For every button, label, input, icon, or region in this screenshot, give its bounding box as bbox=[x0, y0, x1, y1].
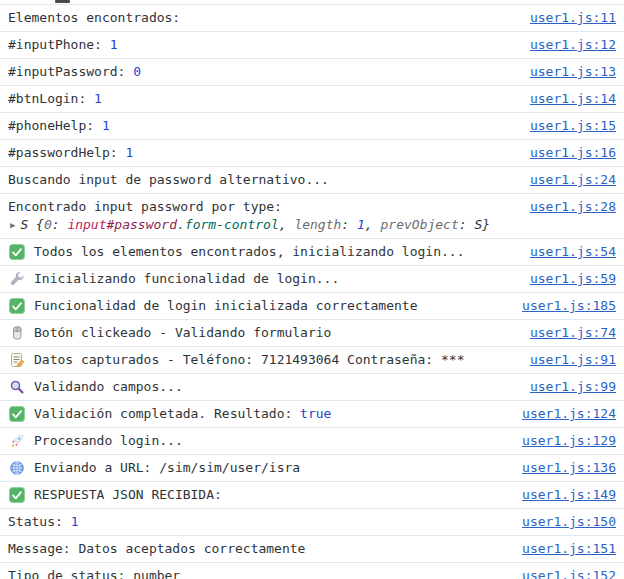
log-entry: #inputPassword: 0 bbox=[8, 64, 518, 80]
log-entry: Encontrado input password por type:▶S {0… bbox=[8, 199, 518, 233]
mouse-icon bbox=[8, 325, 25, 341]
source-link[interactable]: user1.js:149 bbox=[522, 487, 616, 503]
source-link[interactable]: user1.js:151 bbox=[522, 541, 616, 557]
console-row: Status: 1user1.js:150 bbox=[0, 509, 624, 536]
log-message: Procesando login... bbox=[34, 433, 183, 449]
log-entry: Validando campos... bbox=[8, 379, 518, 395]
source-link[interactable]: user1.js:124 bbox=[522, 406, 616, 422]
log-message: Datos capturados - Teléfono: 7121493064 … bbox=[34, 352, 464, 368]
rocket-icon bbox=[8, 433, 25, 449]
source-link[interactable]: user1.js:152 bbox=[522, 568, 616, 579]
log-message: Tipo de status: number bbox=[8, 568, 180, 579]
log-message: #inputPassword: 0 bbox=[8, 64, 141, 80]
clipped-text-remnant bbox=[55, 0, 70, 3]
log-message: Todos los elementos encontrados, inicial… bbox=[34, 244, 464, 260]
log-entry: Message: Datos aceptados correctamente bbox=[8, 541, 510, 557]
log-message: #inputPhone: 1 bbox=[8, 37, 118, 53]
log-message: Validando campos... bbox=[34, 379, 183, 395]
source-link[interactable]: user1.js:99 bbox=[530, 379, 616, 395]
log-entry: Buscando input de password alternativo..… bbox=[8, 172, 518, 188]
source-link[interactable]: user1.js:14 bbox=[530, 91, 616, 107]
expand-triangle-icon[interactable]: ▶ bbox=[10, 218, 15, 233]
source-link[interactable]: user1.js:74 bbox=[530, 325, 616, 341]
log-entry: Tipo de status: number bbox=[8, 568, 510, 579]
log-message: #passwordHelp: 1 bbox=[8, 145, 133, 161]
console-row: Validando campos...user1.js:99 bbox=[0, 374, 624, 401]
check-icon bbox=[8, 406, 25, 422]
source-link[interactable]: user1.js:150 bbox=[522, 514, 616, 530]
console-row: #btnLogin: 1user1.js:14 bbox=[0, 86, 624, 113]
log-entry: Procesando login... bbox=[8, 433, 510, 449]
source-link[interactable]: user1.js:59 bbox=[530, 271, 616, 287]
console-row: Datos capturados - Teléfono: 7121493064 … bbox=[0, 347, 624, 374]
console-row: Botón clickeado - Validando formularious… bbox=[0, 320, 624, 347]
log-message: Elementos encontrados: bbox=[8, 10, 180, 26]
check-icon bbox=[8, 487, 25, 503]
devtools-console-log: Elementos encontrados:user1.js:11#inputP… bbox=[0, 0, 624, 579]
console-row: Funcionalidad de login inicializada corr… bbox=[0, 293, 624, 320]
log-entry: Enviando a URL: /sim/sim/user/isra bbox=[8, 460, 510, 476]
log-entry: Todos los elementos encontrados, inicial… bbox=[8, 244, 518, 260]
log-message: #btnLogin: 1 bbox=[8, 91, 102, 107]
wrench-icon bbox=[8, 271, 25, 287]
console-row: #inputPhone: 1user1.js:12 bbox=[0, 32, 624, 59]
console-row: Elementos encontrados:user1.js:11 bbox=[0, 5, 624, 32]
source-link[interactable]: user1.js:15 bbox=[530, 118, 616, 134]
log-message: Buscando input de password alternativo..… bbox=[8, 172, 329, 188]
source-link[interactable]: user1.js:91 bbox=[530, 352, 616, 368]
console-row: Buscando input de password alternativo..… bbox=[0, 167, 624, 194]
log-entry: Funcionalidad de login inicializada corr… bbox=[8, 298, 510, 314]
log-entry: #btnLogin: 1 bbox=[8, 91, 518, 107]
log-message: Encontrado input password por type: bbox=[8, 199, 282, 215]
source-link[interactable]: user1.js:24 bbox=[530, 172, 616, 188]
console-row: #passwordHelp: 1user1.js:16 bbox=[0, 140, 624, 167]
console-row: Procesando login...user1.js:129 bbox=[0, 428, 624, 455]
log-entry: #phoneHelp: 1 bbox=[8, 118, 518, 134]
source-link[interactable]: user1.js:185 bbox=[522, 298, 616, 314]
console-row: Enviando a URL: /sim/sim/user/israuser1.… bbox=[0, 455, 624, 482]
source-link[interactable]: user1.js:136 bbox=[522, 460, 616, 476]
source-link[interactable]: user1.js:16 bbox=[530, 145, 616, 161]
search-icon bbox=[8, 379, 25, 395]
console-row: Tipo de status: numberuser1.js:152 bbox=[0, 563, 624, 579]
console-row: Validación completada. Resultado: trueus… bbox=[0, 401, 624, 428]
source-link[interactable]: user1.js:11 bbox=[530, 10, 616, 26]
source-link[interactable]: user1.js:13 bbox=[530, 64, 616, 80]
log-entry: #inputPhone: 1 bbox=[8, 37, 518, 53]
log-message: Funcionalidad de login inicializada corr… bbox=[34, 298, 418, 314]
log-message: Enviando a URL: /sim/sim/user/isra bbox=[34, 460, 300, 476]
console-row: Encontrado input password por type:▶S {0… bbox=[0, 194, 624, 239]
console-row: #phoneHelp: 1user1.js:15 bbox=[0, 113, 624, 140]
log-entry: Botón clickeado - Validando formulario bbox=[8, 325, 518, 341]
check-icon bbox=[8, 244, 25, 260]
globe-icon bbox=[8, 460, 25, 476]
log-entry: RESPUESTA JSON RECIBIDA: bbox=[8, 487, 510, 503]
log-entry: Inicializando funcionalidad de login... bbox=[8, 271, 518, 287]
console-row: RESPUESTA JSON RECIBIDA:user1.js:149 bbox=[0, 482, 624, 509]
console-row: Inicializando funcionalidad de login...u… bbox=[0, 266, 624, 293]
source-link[interactable]: user1.js:129 bbox=[522, 433, 616, 449]
clipped-previous-row bbox=[0, 0, 624, 5]
log-message: Inicializando funcionalidad de login... bbox=[34, 271, 339, 287]
console-row: Message: Datos aceptados correctamenteus… bbox=[0, 536, 624, 563]
memo-icon bbox=[8, 352, 25, 368]
log-message: Status: 1 bbox=[8, 514, 78, 530]
console-row: #inputPassword: 0user1.js:13 bbox=[0, 59, 624, 86]
log-entry: Datos capturados - Teléfono: 7121493064 … bbox=[8, 352, 518, 368]
log-entry: Elementos encontrados: bbox=[8, 10, 518, 26]
log-message: RESPUESTA JSON RECIBIDA: bbox=[34, 487, 222, 503]
log-message: #phoneHelp: 1 bbox=[8, 118, 110, 134]
object-preview: ▶S {0: input#password.form-control, leng… bbox=[8, 217, 518, 233]
source-link[interactable]: user1.js:28 bbox=[530, 199, 616, 215]
source-link[interactable]: user1.js:12 bbox=[530, 37, 616, 53]
check-icon bbox=[8, 298, 25, 314]
source-link[interactable]: user1.js:54 bbox=[530, 244, 616, 260]
log-message: Botón clickeado - Validando formulario bbox=[34, 325, 331, 341]
log-entry: Validación completada. Resultado: true bbox=[8, 406, 510, 422]
log-entry: #passwordHelp: 1 bbox=[8, 145, 518, 161]
log-message: Message: Datos aceptados correctamente bbox=[8, 541, 305, 557]
console-row: Todos los elementos encontrados, inicial… bbox=[0, 239, 624, 266]
log-entry: Status: 1 bbox=[8, 514, 510, 530]
log-message: Validación completada. Resultado: true bbox=[34, 406, 331, 422]
